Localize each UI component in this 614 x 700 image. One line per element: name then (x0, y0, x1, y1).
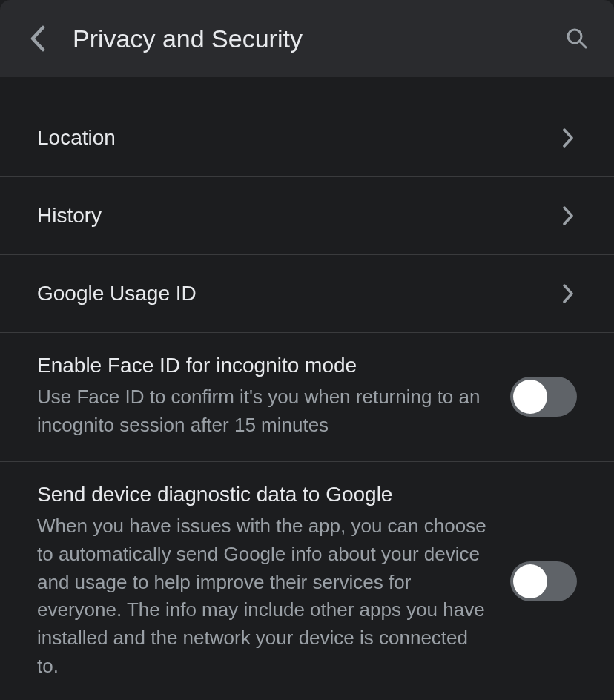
toggle-switch-face-id[interactable] (510, 377, 577, 417)
chevron-left-icon (29, 25, 45, 52)
back-button[interactable] (22, 24, 52, 53)
nav-label: Location (37, 126, 559, 150)
nav-label: History (37, 204, 559, 228)
toggle-text: Send device diagnostic data to Google Wh… (37, 483, 510, 680)
page-title: Privacy and Security (73, 24, 562, 53)
header: Privacy and Security (0, 0, 614, 77)
toggle-title: Send device diagnostic data to Google (37, 483, 488, 506)
nav-label: Google Usage ID (37, 282, 559, 306)
toggle-knob (513, 380, 547, 414)
chevron-right-icon (559, 129, 577, 147)
toggle-knob (513, 564, 547, 598)
toggle-text: Enable Face ID for incognito mode Use Fa… (37, 354, 510, 439)
toggle-description: When you have issues with the app, you c… (37, 512, 488, 680)
svg-line-1 (580, 42, 586, 47)
toggle-title: Enable Face ID for incognito mode (37, 354, 488, 377)
settings-list: Location History Google Usage ID Enable … (0, 77, 614, 700)
toggle-item-diagnostic-data: Send device diagnostic data to Google Wh… (0, 462, 614, 700)
nav-item-google-usage-id[interactable]: Google Usage ID (0, 255, 614, 333)
search-icon (565, 27, 589, 50)
toggle-switch-diagnostic-data[interactable] (510, 561, 577, 601)
nav-item-history[interactable]: History (0, 177, 614, 255)
search-button[interactable] (562, 24, 592, 53)
chevron-right-icon (559, 285, 577, 303)
chevron-right-icon (559, 207, 577, 225)
toggle-description: Use Face ID to confirm it's you when ret… (37, 383, 488, 439)
toggle-item-face-id: Enable Face ID for incognito mode Use Fa… (0, 333, 614, 462)
nav-item-location[interactable]: Location (0, 92, 614, 177)
